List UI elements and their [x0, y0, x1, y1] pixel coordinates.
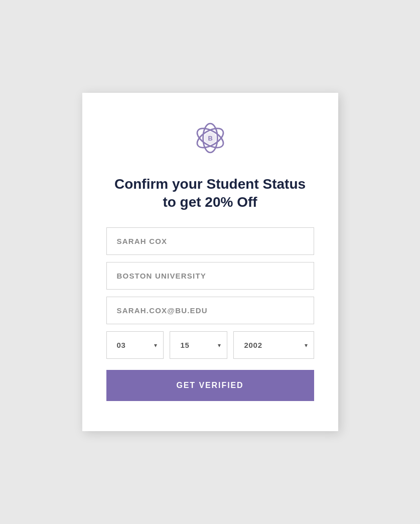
logo-container: B	[190, 118, 230, 160]
year-select[interactable]: 1990199119921993199419951996199719981999…	[234, 332, 313, 358]
brand-logo: B	[190, 118, 230, 158]
month-select[interactable]: 010203040506070809101112	[107, 332, 164, 358]
get-verified-button[interactable]: GET VERIFIED	[106, 370, 314, 401]
verification-card: B Confirm your Student Status to get 20%…	[82, 93, 338, 432]
email-input[interactable]	[106, 297, 314, 324]
verification-form: 010203040506070809101112 ▾ 0102030405060…	[106, 227, 314, 401]
day-select-wrapper: 0102030405060708091011121314151617181920…	[170, 331, 227, 359]
year-select-wrapper: 1990199119921993199419951996199719981999…	[233, 331, 314, 359]
date-of-birth-row: 010203040506070809101112 ▾ 0102030405060…	[106, 331, 314, 359]
name-input[interactable]	[106, 227, 314, 255]
day-select[interactable]: 0102030405060708091011121314151617181920…	[170, 332, 227, 358]
university-input[interactable]	[106, 262, 314, 290]
page-title: Confirm your Student Status to get 20% O…	[106, 175, 314, 212]
month-select-wrapper: 010203040506070809101112 ▾	[106, 331, 164, 359]
svg-text:B: B	[208, 134, 212, 142]
